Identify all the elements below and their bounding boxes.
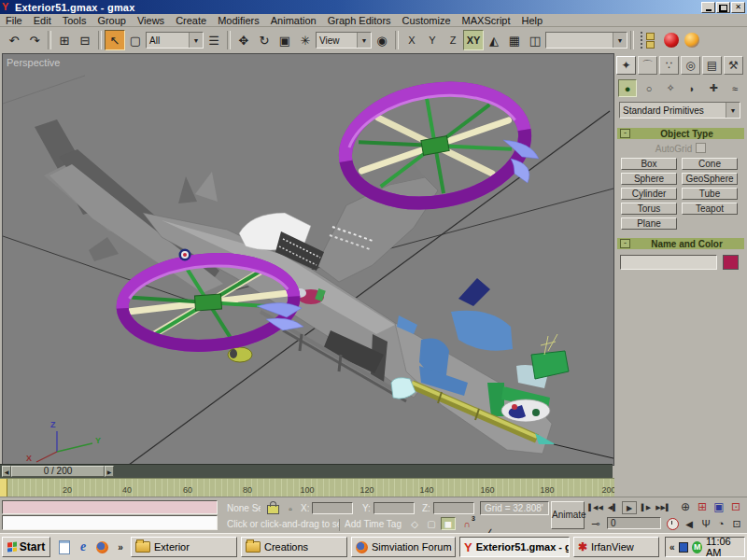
tray-display-icon[interactable]: [679, 542, 689, 553]
time-configuration-icon[interactable]: [665, 517, 680, 530]
object-type-rollout-header[interactable]: - Object Type: [617, 128, 744, 139]
array-icon[interactable]: ▦: [504, 30, 525, 50]
primitive-type-dropdown[interactable]: Standard Primitives ▼: [619, 102, 740, 119]
selection-lock-icon[interactable]: [267, 505, 279, 514]
prev-frame-icon[interactable]: ◀: [2, 466, 11, 477]
object-color-swatch[interactable]: [723, 255, 739, 270]
maxscript-mini-listener-macro[interactable]: [2, 500, 218, 514]
lights-category-icon[interactable]: ✧: [661, 79, 680, 97]
sphere-button[interactable]: Sphere: [621, 173, 677, 185]
select-and-manipulate-icon[interactable]: ✳: [295, 30, 316, 50]
start-button[interactable]: Start: [2, 537, 50, 557]
menu-group[interactable]: Group: [92, 15, 132, 26]
cameras-category-icon[interactable]: ◗: [683, 79, 701, 97]
object-name-field[interactable]: [620, 255, 717, 270]
menu-file[interactable]: File: [0, 15, 28, 26]
key-mode-icon[interactable]: ⊸: [588, 517, 603, 530]
restore-button[interactable]: [716, 2, 730, 13]
display-tab-icon[interactable]: ▤: [702, 56, 722, 75]
quicklaunch-firefox-icon[interactable]: [93, 539, 110, 555]
redo-icon[interactable]: ↷: [24, 30, 45, 50]
task-creations-folder[interactable]: Creations: [241, 537, 347, 557]
quicklaunch-document-icon[interactable]: [56, 539, 73, 555]
hierarchy-tab-icon[interactable]: ∵: [659, 56, 679, 75]
name-color-rollout-header[interactable]: - Name and Color: [617, 238, 744, 249]
menu-edit[interactable]: Edit: [28, 15, 57, 26]
box-button[interactable]: Box: [621, 158, 677, 170]
create-tab-icon[interactable]: ✦: [616, 56, 636, 75]
arc-rotate-icon[interactable]: ◔: [713, 517, 728, 530]
render-icon[interactable]: [684, 33, 699, 48]
maxscript-mini-listener[interactable]: [2, 515, 218, 530]
y-coordinate-field[interactable]: [374, 502, 415, 514]
go-to-end-icon[interactable]: ▶▶▌: [655, 501, 670, 514]
quicklaunch-ie-icon[interactable]: e: [75, 539, 92, 555]
tray-messenger-icon[interactable]: M: [692, 541, 702, 553]
track-view-icon[interactable]: [641, 32, 657, 49]
unlink-selection-icon[interactable]: ⊟: [75, 30, 95, 50]
select-object-icon[interactable]: ↖: [105, 30, 125, 50]
align-icon[interactable]: ◫: [525, 30, 545, 50]
geometry-category-icon[interactable]: ●: [618, 79, 637, 97]
task-gmax-active[interactable]: Y Exterior51.gmax - g...: [459, 537, 570, 557]
snap-frame-icon[interactable]: ▢: [424, 517, 439, 530]
min-max-toggle-icon[interactable]: ⊡: [729, 517, 744, 530]
tube-button[interactable]: Tube: [682, 188, 738, 200]
zoom-extents-all-icon[interactable]: ⊡: [728, 500, 743, 513]
select-and-move-icon[interactable]: ✥: [233, 30, 254, 50]
torus-button[interactable]: Torus: [621, 203, 677, 215]
add-time-tag[interactable]: Add Time Tag: [345, 519, 402, 529]
snap-mode-icon[interactable]: ◇: [407, 517, 422, 530]
time-slider-handle[interactable]: ◀ 0 / 200 ▶: [2, 466, 114, 477]
mirror-icon[interactable]: ◭: [484, 30, 504, 50]
track-bar[interactable]: 20 40 60 80 100 120 140 160 180 200: [0, 478, 614, 497]
autogrid-checkbox[interactable]: AutoGrid: [614, 143, 747, 154]
go-to-start-icon[interactable]: ▌◀◀: [588, 501, 603, 514]
select-by-name-icon[interactable]: ☰: [204, 30, 224, 50]
menu-customize[interactable]: Customize: [397, 15, 457, 26]
select-and-link-icon[interactable]: ⊞: [54, 30, 75, 50]
cone-button[interactable]: Cone: [682, 158, 738, 170]
helpers-category-icon[interactable]: ✚: [704, 79, 723, 97]
spacewarps-category-icon[interactable]: ≈: [726, 79, 744, 97]
zoom-extents-icon[interactable]: ▣: [712, 500, 726, 513]
quicklaunch-overflow-chevron[interactable]: »: [112, 539, 129, 555]
reference-coordinate-dropdown[interactable]: View ▼: [316, 32, 372, 49]
shapes-category-icon[interactable]: ○: [640, 79, 658, 97]
teapot-button[interactable]: Teapot: [682, 203, 738, 215]
absolute-offset-toggle-icon[interactable]: ▫: [283, 502, 298, 515]
z-coordinate-field[interactable]: [433, 502, 474, 514]
title-bar[interactable]: Y Exterior51.gmax - gmax ✕: [0, 0, 747, 14]
task-exterior-folder[interactable]: Exterior: [131, 537, 237, 557]
restrict-y-button[interactable]: Y: [422, 30, 443, 50]
current-frame-marker[interactable]: [0, 479, 7, 497]
plane-button[interactable]: Plane: [621, 217, 677, 230]
zoom-icon[interactable]: ⊕: [678, 500, 693, 513]
menu-views[interactable]: Views: [132, 15, 170, 26]
geosphere-button[interactable]: GeoSphere: [682, 173, 738, 185]
time-slider-value[interactable]: 0 / 200: [11, 466, 105, 477]
current-frame-field[interactable]: 0: [607, 517, 661, 529]
cylinder-button[interactable]: Cylinder: [621, 188, 677, 200]
time-slider[interactable]: ◀ 0 / 200 ▶: [0, 464, 613, 478]
zoom-all-icon[interactable]: ⊞: [695, 500, 710, 513]
material-editor-icon[interactable]: [664, 33, 679, 48]
select-and-rotate-icon[interactable]: ↻: [254, 30, 275, 50]
animate-button[interactable]: Animate: [551, 501, 585, 529]
undo-icon[interactable]: ↶: [4, 30, 24, 50]
viewport-label[interactable]: Perspective: [7, 57, 60, 68]
pan-view-icon[interactable]: Ψ: [698, 517, 713, 530]
minimize-button[interactable]: [701, 2, 715, 13]
play-animation-icon[interactable]: ▶: [622, 501, 637, 514]
close-button[interactable]: ✕: [731, 2, 745, 13]
menu-animation[interactable]: Animation: [265, 15, 322, 26]
perspective-viewport[interactable]: Perspective Z Y X: [2, 53, 614, 466]
motion-tab-icon[interactable]: ◎: [681, 56, 700, 75]
field-of-view-icon[interactable]: ◀: [682, 517, 697, 530]
next-frame-icon[interactable]: ▌▶: [639, 501, 654, 514]
selection-filter-dropdown[interactable]: All ▼: [146, 32, 204, 49]
menu-create[interactable]: Create: [170, 15, 212, 26]
menu-tools[interactable]: Tools: [57, 15, 92, 26]
x-coordinate-field[interactable]: [312, 502, 353, 514]
next-frame-icon[interactable]: ▶: [105, 466, 114, 477]
